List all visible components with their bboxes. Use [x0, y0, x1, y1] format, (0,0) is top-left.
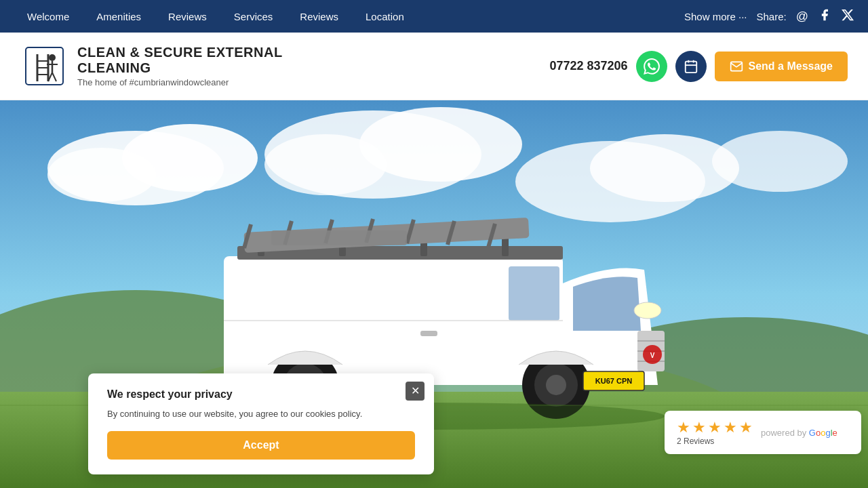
hero-section: KU67 CPN V ✕ We respect your privacy By … — [0, 100, 868, 488]
star-5: ★ — [739, 419, 753, 436]
svg-point-51 — [546, 375, 566, 395]
star-3: ★ — [708, 419, 722, 436]
business-name-line2: CLEANING — [77, 60, 151, 75]
google-branding: powered by Google — [761, 428, 837, 438]
header-actions: 07722 837206 Send a Message — [549, 51, 848, 82]
whatsapp-button[interactable] — [636, 51, 667, 82]
business-name-line1: CLEAN & SECURE EXTERNAL — [77, 45, 283, 60]
svg-point-21 — [264, 134, 387, 195]
star-2: ★ — [692, 419, 706, 436]
star-rating: ★ ★ ★ ★ ★ — [677, 419, 753, 436]
privacy-title: We respect your privacy — [107, 388, 415, 401]
svg-text:KU67 CPN: KU67 CPN — [595, 377, 632, 385]
nav-location[interactable]: Location — [352, 0, 418, 33]
show-more-button[interactable]: Show more ··· — [684, 11, 747, 22]
logo-area: CLEAN & SECURE EXTERNAL CLEANING The hom… — [20, 43, 283, 90]
svg-point-6 — [49, 54, 56, 61]
nav-amenities[interactable]: Amenities — [83, 0, 155, 33]
nav-reviews1[interactable]: Reviews — [155, 0, 220, 33]
phone-number[interactable]: 07722 837206 — [549, 59, 627, 73]
review-count: 2 Reviews — [677, 436, 753, 446]
business-tagline: The home of #cumbrianwindowcleaner — [77, 77, 283, 87]
svg-rect-30 — [509, 266, 559, 321]
svg-rect-61 — [420, 331, 437, 336]
message-btn-label: Send a Message — [749, 60, 833, 73]
svg-point-24 — [712, 131, 848, 192]
svg-rect-0 — [26, 47, 63, 85]
send-message-button[interactable]: Send a Message — [715, 52, 848, 81]
privacy-body: By continuing to use our website, you ag… — [107, 407, 415, 421]
nav-reviews2[interactable]: Reviews — [286, 0, 352, 33]
business-logo — [20, 43, 68, 90]
nav-right-actions: Show more ··· Share: @ — [684, 8, 854, 25]
business-name: CLEAN & SECURE EXTERNAL CLEANING The hom… — [77, 45, 283, 87]
powered-by-text: powered by Google — [761, 428, 837, 438]
email-icon[interactable]: @ — [796, 9, 808, 24]
google-logo-text: Google — [809, 428, 837, 438]
star-1: ★ — [677, 419, 690, 436]
svg-text:V: V — [650, 352, 655, 359]
privacy-close-button[interactable]: ✕ — [406, 382, 425, 401]
twitter-x-icon[interactable] — [841, 8, 854, 25]
svg-line-10 — [52, 73, 56, 81]
svg-point-56 — [634, 302, 661, 319]
calendar-button[interactable] — [675, 51, 707, 82]
share-label: Share: — [757, 11, 787, 22]
header-bar: CLEAN & SECURE EXTERNAL CLEANING The hom… — [0, 33, 868, 100]
facebook-icon[interactable] — [818, 8, 831, 25]
stars-container: ★ ★ ★ ★ ★ 2 Reviews — [677, 419, 753, 446]
svg-point-18 — [47, 148, 156, 202]
reviews-badge: ★ ★ ★ ★ ★ 2 Reviews powered by Google — [665, 411, 861, 454]
svg-rect-45 — [271, 230, 407, 245]
nav-links: Welcome Amenities Reviews Services Revie… — [14, 0, 684, 33]
svg-rect-11 — [685, 61, 696, 73]
top-navigation: Welcome Amenities Reviews Services Revie… — [0, 0, 868, 33]
star-4: ★ — [724, 419, 737, 436]
nav-services[interactable]: Services — [220, 0, 287, 33]
privacy-banner: ✕ We respect your privacy By continuing … — [88, 373, 434, 475]
nav-welcome[interactable]: Welcome — [14, 0, 83, 33]
accept-button[interactable]: Accept — [107, 431, 415, 460]
